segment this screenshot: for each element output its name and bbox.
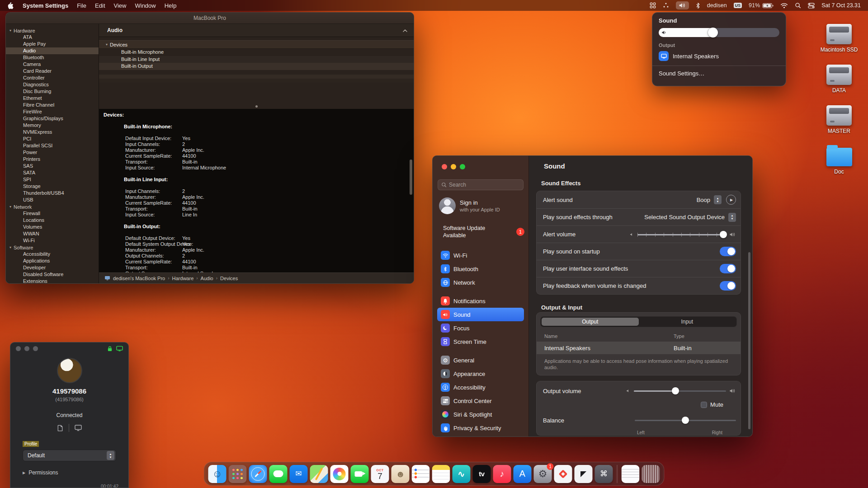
alert-volume-slider[interactable] xyxy=(637,231,726,238)
breadcrumb[interactable]: Hardware xyxy=(172,276,194,281)
desktop-icon-data[interactable]: DATA xyxy=(815,61,863,94)
sidebar-item-control-center[interactable]: Control Center xyxy=(437,394,524,408)
sidebar-item-network[interactable]: Network xyxy=(437,276,524,289)
sysinfo-sidebar-item[interactable]: Thunderbolt/USB4 xyxy=(6,190,99,197)
sidebar-item-appearance[interactable]: Appearance xyxy=(437,367,524,380)
file-transfer-icon[interactable] xyxy=(57,425,63,432)
menubar-clock[interactable]: Sat 7 Oct 23.31 xyxy=(821,2,861,9)
sysinfo-sidebar-item[interactable]: Wi-Fi xyxy=(6,237,99,244)
desktop-icon-doc-folder[interactable]: Doc xyxy=(815,142,863,175)
sysinfo-sidebar-item[interactable]: Memory xyxy=(6,122,99,129)
sidebar-item-software-update[interactable]: Software Update Available 1 xyxy=(443,225,524,239)
sysinfo-titlebar[interactable]: MacBook Pro xyxy=(6,13,414,24)
sysinfo-section-software[interactable]: ▾ Software xyxy=(6,244,99,251)
tab-input[interactable]: Input xyxy=(639,318,736,326)
sidebar-item-general[interactable]: ⚙ General xyxy=(437,353,524,367)
volume-feedback-toggle[interactable] xyxy=(720,281,736,291)
dock-contacts-icon[interactable]: ☻ xyxy=(392,465,410,483)
dock-system-settings-icon[interactable]: ⚙ 1 xyxy=(534,465,552,483)
sysinfo-sidebar-item[interactable]: Apple Pay xyxy=(6,41,99,47)
dock-maps-icon[interactable] xyxy=(310,465,328,483)
sysinfo-sidebar-item[interactable]: Developer xyxy=(6,264,99,271)
sysinfo-devices-group-header[interactable]: ▾ Devices xyxy=(99,40,414,49)
sysinfo-sidebar-item[interactable]: SATA xyxy=(6,169,99,176)
apple-menu-icon[interactable] xyxy=(7,2,14,9)
control-center-menu-icon[interactable] xyxy=(808,3,815,9)
volume-knob[interactable] xyxy=(708,28,718,38)
sysinfo-sidebar-item[interactable]: Ethernet xyxy=(6,95,99,102)
sysinfo-device-row[interactable]: Built-in Output xyxy=(99,63,414,70)
device-table-row[interactable]: Internal Speakers Built-in xyxy=(537,342,741,354)
dock-facetime-icon[interactable] xyxy=(351,465,369,483)
zoom-button[interactable] xyxy=(33,346,38,351)
alert-sound-dropdown[interactable]: ▲▼ xyxy=(714,195,722,204)
search-input[interactable] xyxy=(449,182,520,188)
sysinfo-sidebar-item[interactable]: Card Reader xyxy=(6,68,99,75)
dock-calendar-icon[interactable]: OCT 7 xyxy=(371,465,389,483)
sysinfo-sidebar-item[interactable]: NVMExpress xyxy=(6,129,99,136)
dock-anydesk-icon[interactable] xyxy=(554,465,572,483)
sysinfo-sidebar-item[interactable]: Camera xyxy=(6,61,99,68)
scrollbar-thumb[interactable] xyxy=(410,160,412,195)
menu-help[interactable]: Help xyxy=(165,2,177,9)
breadcrumb[interactable]: Devices xyxy=(220,276,238,281)
dock-music-icon[interactable]: ♪ xyxy=(493,465,511,483)
output-device-row[interactable]: Internal Speakers xyxy=(659,51,779,61)
sidebar-item-notifications[interactable]: Notifications xyxy=(437,294,524,308)
breadcrumb[interactable]: dedisen's MacBook Pro xyxy=(113,276,165,281)
volume-menu-icon[interactable] xyxy=(676,1,689,9)
menu-window[interactable]: Window xyxy=(135,2,156,9)
dock-photos-icon[interactable] xyxy=(330,465,349,483)
desktop-icon-master[interactable]: MASTER xyxy=(815,101,863,134)
spotlight-menu-icon[interactable] xyxy=(795,2,801,9)
sysinfo-sidebar-item[interactable]: ATA xyxy=(6,34,99,41)
sidebar-item-focus[interactable]: Focus xyxy=(437,321,524,335)
menubar-username[interactable]: dedisen xyxy=(707,2,727,9)
menubar-app-name[interactable]: System Settings xyxy=(23,2,68,9)
sysinfo-sidebar-item[interactable]: Disabled Software xyxy=(6,271,99,278)
zoom-button[interactable] xyxy=(460,164,465,169)
sysinfo-section-network[interactable]: ▾ Network xyxy=(6,203,99,210)
pane-splitter-handle[interactable] xyxy=(99,103,414,109)
dock-reminders-icon[interactable] xyxy=(412,465,430,483)
menu-file[interactable]: File xyxy=(77,2,86,9)
dock-finder-icon[interactable]: ☺ xyxy=(208,465,226,483)
menu-extra-dots-icon[interactable] xyxy=(663,2,669,9)
input-source-menu[interactable]: US xyxy=(734,3,742,8)
sysinfo-sidebar-item[interactable]: PCI xyxy=(6,136,99,142)
menu-edit[interactable]: Edit xyxy=(95,2,105,9)
dock-tv-icon[interactable]: tv xyxy=(473,465,491,483)
remote-display-icon[interactable] xyxy=(75,425,82,431)
dock-notes-icon[interactable] xyxy=(432,465,450,483)
sysinfo-section-hardware[interactable]: ▾ Hardware xyxy=(6,27,99,34)
sysinfo-sidebar-item[interactable]: Fibre Channel xyxy=(6,102,99,108)
sysinfo-sidebar-item[interactable]: USB xyxy=(6,197,99,203)
play-through-dropdown[interactable]: ▲▼ xyxy=(728,213,736,222)
sysinfo-sidebar-item-audio[interactable]: Audio xyxy=(6,47,99,54)
sysinfo-sidebar-item[interactable]: Extensions xyxy=(6,278,99,283)
mute-checkbox[interactable] xyxy=(701,402,707,408)
bluetooth-menu-icon[interactable] xyxy=(696,2,700,9)
dock-launchpad-icon[interactable] xyxy=(229,465,247,483)
sysinfo-sidebar-item[interactable]: Accessibility xyxy=(6,251,99,258)
settings-search-field[interactable] xyxy=(438,179,524,190)
apple-id-signin[interactable]: Sign in with your Apple ID xyxy=(439,197,500,214)
sysinfo-sidebar-item[interactable]: FireWire xyxy=(6,108,99,115)
collapse-chevron-icon[interactable] xyxy=(403,29,407,32)
sysinfo-sidebar-item[interactable]: Parallel SCSI xyxy=(6,142,99,149)
dock-messages-icon[interactable] xyxy=(269,465,288,483)
sysinfo-device-row[interactable]: Built-in Microphone xyxy=(99,49,414,56)
sound-settings-link[interactable]: Sound Settings… xyxy=(659,70,779,77)
sysinfo-sidebar-item[interactable]: Applications xyxy=(6,258,99,264)
sysinfo-sidebar-item[interactable]: Controller xyxy=(6,75,99,81)
desktop-icon-macintosh-ssd[interactable]: Macintosh SSD xyxy=(815,20,863,53)
sysinfo-sidebar-item[interactable]: Disc Burning xyxy=(6,88,99,95)
startup-sound-toggle[interactable] xyxy=(720,247,736,256)
sysinfo-sidebar-item[interactable]: SPI xyxy=(6,176,99,183)
minimize-button[interactable] xyxy=(24,346,29,351)
close-button[interactable] xyxy=(442,164,447,169)
output-volume-slider[interactable] xyxy=(634,387,726,394)
minimize-button[interactable] xyxy=(451,164,456,169)
profile-select[interactable]: Default ▲▼ xyxy=(23,450,116,461)
sysinfo-sidebar-item[interactable]: Storage xyxy=(6,183,99,190)
